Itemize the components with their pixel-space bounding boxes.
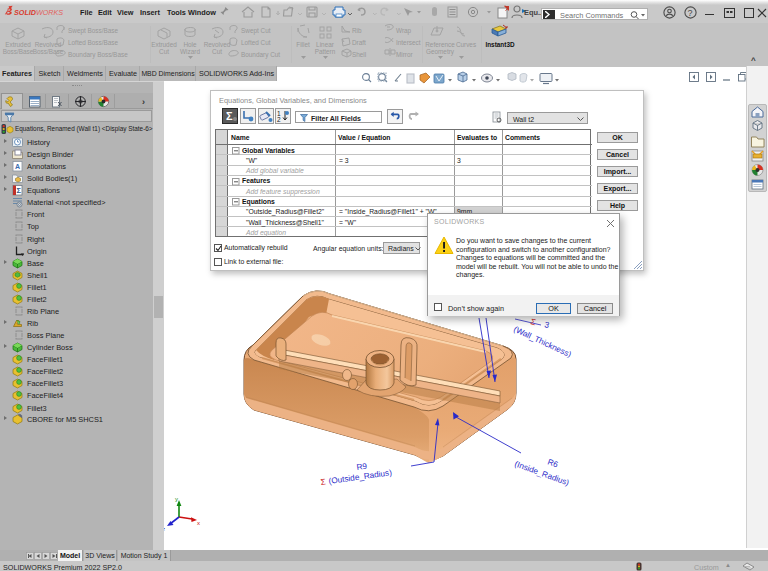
- svg-text:?: ?: [688, 8, 693, 18]
- svg-text:y: y: [175, 496, 178, 502]
- svg-text:SOLID: SOLID: [14, 8, 36, 17]
- svg-text:›: ›: [142, 97, 145, 107]
- svg-text:2: 2: [277, 116, 281, 123]
- svg-text:3: 3: [544, 320, 551, 330]
- svg-text:R6: R6: [546, 457, 559, 469]
- svg-text:(Wall_Thickness): (Wall_Thickness): [512, 325, 573, 360]
- svg-text:x: x: [197, 520, 200, 526]
- svg-text:(Inside_Radius): (Inside_Radius): [513, 459, 570, 487]
- svg-text:Σ: Σ: [17, 186, 22, 195]
- svg-text:Σ: Σ: [320, 477, 326, 487]
- svg-text:R9: R9: [356, 462, 368, 472]
- svg-text:WORKS: WORKS: [36, 8, 63, 17]
- svg-text:z: z: [164, 526, 165, 532]
- svg-text:A: A: [15, 163, 20, 170]
- svg-text:Σ: Σ: [530, 317, 537, 327]
